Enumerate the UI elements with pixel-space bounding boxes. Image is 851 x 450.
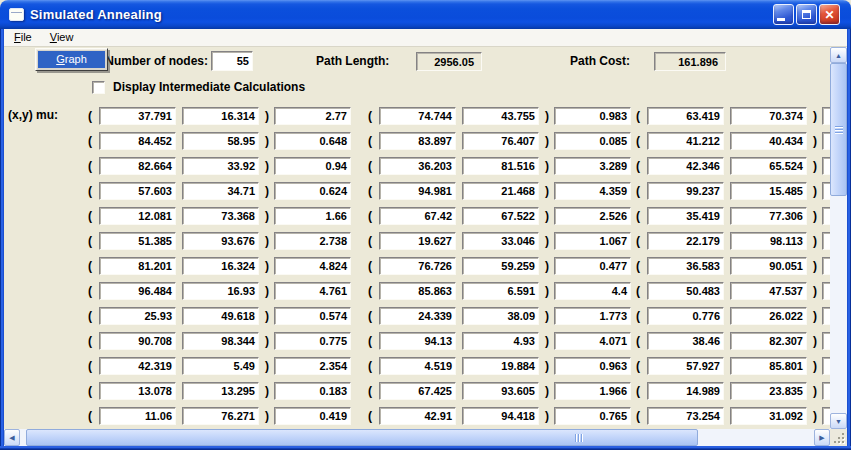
intermediate-calcs-checkbox[interactable] — [92, 81, 105, 94]
mu-field[interactable]: 3.289 — [554, 157, 631, 175]
y-field[interactable]: 33.046 — [462, 232, 539, 250]
nodes-input[interactable]: 55 — [211, 51, 253, 71]
y-field[interactable]: 16.93 — [182, 282, 259, 300]
maximize-button[interactable] — [796, 4, 817, 25]
x-field[interactable]: 36.203 — [379, 157, 456, 175]
y-field[interactable]: 98.344 — [182, 332, 259, 350]
mu-field[interactable]: 4.4 — [554, 282, 631, 300]
mu-field[interactable]: 1.966 — [554, 382, 631, 400]
mu-field[interactable] — [822, 132, 830, 150]
y-field[interactable]: 76.271 — [182, 407, 259, 425]
mu-field[interactable]: 2.77 — [274, 107, 351, 125]
menu-item-graph[interactable]: Graph — [38, 51, 105, 68]
y-field[interactable]: 73.368 — [182, 207, 259, 225]
mu-field[interactable]: 0.765 — [554, 407, 631, 425]
y-field[interactable]: 38.09 — [462, 307, 539, 325]
mu-field[interactable]: 2.738 — [274, 232, 351, 250]
x-field[interactable]: 4.519 — [379, 357, 456, 375]
y-field[interactable]: 93.676 — [182, 232, 259, 250]
close-button[interactable]: ✕ — [819, 4, 840, 25]
x-field[interactable]: 35.419 — [647, 207, 724, 225]
mu-field[interactable]: 0.183 — [274, 382, 351, 400]
mu-field[interactable]: 0.963 — [554, 357, 631, 375]
x-field[interactable]: 19.627 — [379, 232, 456, 250]
x-field[interactable]: 13.078 — [99, 382, 176, 400]
mu-field[interactable] — [822, 232, 830, 250]
x-field[interactable]: 85.863 — [379, 282, 456, 300]
y-field[interactable]: 40.434 — [730, 132, 807, 150]
x-field[interactable]: 42.319 — [99, 357, 176, 375]
x-field[interactable]: 90.708 — [99, 332, 176, 350]
x-field[interactable]: 74.744 — [379, 107, 456, 125]
x-field[interactable]: 96.484 — [99, 282, 176, 300]
y-field[interactable]: 33.92 — [182, 157, 259, 175]
x-field[interactable]: 57.927 — [647, 357, 724, 375]
x-field[interactable]: 76.726 — [379, 257, 456, 275]
y-field[interactable]: 93.605 — [462, 382, 539, 400]
scroll-up-button[interactable]: ▲ — [830, 47, 847, 63]
x-field[interactable]: 67.42 — [379, 207, 456, 225]
x-field[interactable]: 51.385 — [99, 232, 176, 250]
mu-field[interactable]: 2.526 — [554, 207, 631, 225]
x-field[interactable]: 94.981 — [379, 182, 456, 200]
mu-field[interactable] — [822, 157, 830, 175]
menu-file[interactable]: File — [5, 29, 41, 46]
mu-field[interactable] — [822, 407, 830, 425]
y-field[interactable]: 21.468 — [462, 182, 539, 200]
x-field[interactable]: 73.254 — [647, 407, 724, 425]
y-field[interactable]: 34.71 — [182, 182, 259, 200]
x-field[interactable]: 41.212 — [647, 132, 724, 150]
y-field[interactable]: 16.314 — [182, 107, 259, 125]
menu-view[interactable]: View — [41, 29, 83, 46]
mu-field[interactable]: 0.085 — [554, 132, 631, 150]
x-field[interactable]: 0.776 — [647, 307, 724, 325]
x-field[interactable]: 36.583 — [647, 257, 724, 275]
y-field[interactable]: 15.485 — [730, 182, 807, 200]
mu-field[interactable]: 4.071 — [554, 332, 631, 350]
y-field[interactable]: 98.113 — [730, 232, 807, 250]
vertical-scrollbar[interactable]: ▲ ▼ — [830, 47, 847, 429]
y-field[interactable]: 94.418 — [462, 407, 539, 425]
scroll-right-button[interactable]: ▶ — [814, 429, 830, 446]
y-field[interactable]: 6.591 — [462, 282, 539, 300]
mu-field[interactable]: 0.648 — [274, 132, 351, 150]
x-field[interactable]: 84.452 — [99, 132, 176, 150]
mu-field[interactable]: 0.983 — [554, 107, 631, 125]
x-field[interactable]: 24.339 — [379, 307, 456, 325]
mu-field[interactable] — [822, 282, 830, 300]
mu-field[interactable]: 1.66 — [274, 207, 351, 225]
x-field[interactable]: 83.897 — [379, 132, 456, 150]
mu-field[interactable] — [822, 332, 830, 350]
x-field[interactable]: 57.603 — [99, 182, 176, 200]
x-field[interactable]: 63.419 — [647, 107, 724, 125]
mu-field[interactable]: 0.419 — [274, 407, 351, 425]
x-field[interactable]: 81.201 — [99, 257, 176, 275]
y-field[interactable]: 90.051 — [730, 257, 807, 275]
horizontal-scroll-thumb[interactable] — [26, 429, 698, 446]
y-field[interactable]: 26.022 — [730, 307, 807, 325]
mu-field[interactable]: 4.359 — [554, 182, 631, 200]
x-field[interactable]: 25.93 — [99, 307, 176, 325]
x-field[interactable]: 50.483 — [647, 282, 724, 300]
scroll-down-button[interactable]: ▼ — [830, 413, 847, 429]
y-field[interactable]: 70.374 — [730, 107, 807, 125]
y-field[interactable]: 67.522 — [462, 207, 539, 225]
mu-field[interactable]: 4.761 — [274, 282, 351, 300]
mu-field[interactable]: 0.624 — [274, 182, 351, 200]
scroll-left-button[interactable]: ◀ — [4, 429, 20, 446]
y-field[interactable]: 16.324 — [182, 257, 259, 275]
mu-field[interactable]: 0.574 — [274, 307, 351, 325]
mu-field[interactable] — [822, 107, 830, 125]
x-field[interactable]: 82.664 — [99, 157, 176, 175]
y-field[interactable]: 59.259 — [462, 257, 539, 275]
vertical-scroll-thumb[interactable] — [830, 63, 847, 196]
mu-field[interactable]: 4.824 — [274, 257, 351, 275]
y-field[interactable]: 23.835 — [730, 382, 807, 400]
x-field[interactable]: 37.791 — [99, 107, 176, 125]
x-field[interactable]: 38.46 — [647, 332, 724, 350]
mu-field[interactable] — [822, 382, 830, 400]
y-field[interactable]: 82.307 — [730, 332, 807, 350]
y-field[interactable]: 13.295 — [182, 382, 259, 400]
mu-field[interactable]: 1.067 — [554, 232, 631, 250]
mu-field[interactable]: 0.94 — [274, 157, 351, 175]
